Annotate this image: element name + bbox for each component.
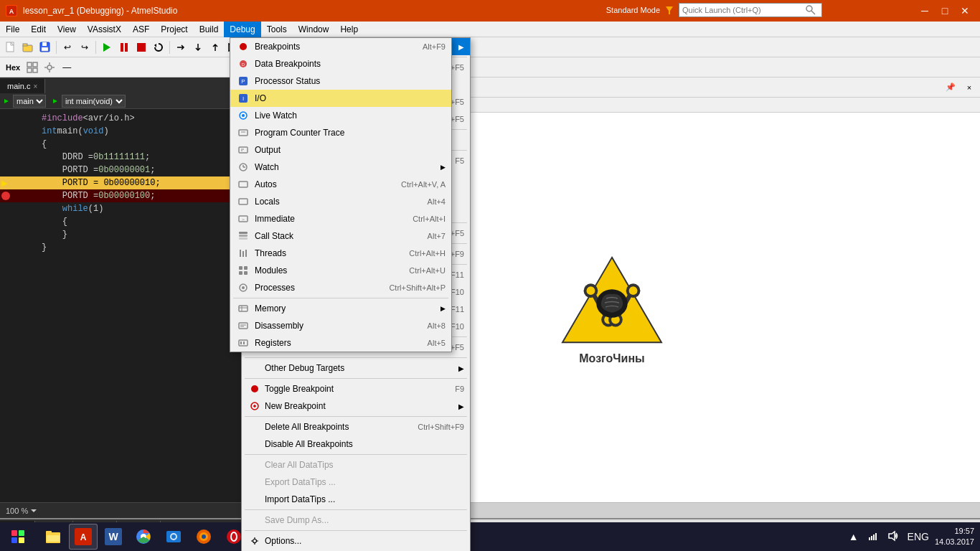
menu-edit[interactable]: Edit: [25, 22, 52, 37]
ws-locals-icon: [236, 196, 250, 207]
debug-restart[interactable]: [151, 39, 166, 55]
debug-continue[interactable]: [99, 39, 115, 55]
dm-sep-12: [245, 509, 467, 510]
clock[interactable]: 19:57 14.03.2017: [935, 526, 974, 548]
taskbar-app-chrome[interactable]: [129, 524, 158, 550]
code-line-portd1: PORTD = 0b00000001;: [0, 164, 243, 176]
tray-sound-icon[interactable]: [885, 530, 902, 544]
menu-project[interactable]: Project: [155, 22, 193, 37]
ws-processes[interactable]: Processes Ctrl+Shift+Alt+P: [230, 279, 451, 296]
ws-prog-counter[interactable]: Program Counter Trace: [230, 124, 451, 141]
rt-close-btn[interactable]: ×: [961, 80, 977, 95]
svg-point-3: [806, 6, 812, 11]
toolbar2-settings[interactable]: [42, 60, 57, 75]
menu-tools[interactable]: Tools: [261, 22, 293, 37]
toolbar-open[interactable]: [20, 39, 36, 55]
tray-arrow-icon[interactable]: ▲: [846, 531, 862, 542]
ws-watch[interactable]: Watch ▶: [230, 159, 451, 176]
dm-import-datatips[interactable]: Import DataTips ...: [242, 491, 470, 508]
taskbar-app-firefox[interactable]: [189, 524, 218, 550]
zoom-bar: 100 %: [0, 502, 243, 518]
tray-network-icon[interactable]: [864, 530, 882, 544]
code-nav-left[interactable]: main: [13, 95, 46, 108]
debug-step-out[interactable]: [207, 39, 223, 55]
menu-window[interactable]: Window: [293, 22, 335, 37]
svg-marker-29: [53, 99, 57, 103]
code-tab-close[interactable]: ×: [33, 83, 37, 90]
taskbar-app-explorer[interactable]: [159, 524, 188, 550]
minimize-button[interactable]: ─: [915, 4, 934, 18]
search-box[interactable]: [679, 3, 822, 17]
close-button[interactable]: ✕: [956, 4, 974, 18]
toolbar2-btn1[interactable]: [24, 60, 40, 75]
ws-procstatus-label: Processor Status: [255, 76, 446, 86]
tray-lang-icon[interactable]: ENG: [905, 531, 932, 542]
toolbar2-minus[interactable]: —: [59, 60, 75, 75]
rt-pin-btn[interactable]: 📌: [943, 80, 958, 95]
windows-submenu[interactable]: Breakpoints Alt+F9 D Data Breakpoints P …: [230, 37, 452, 352]
debug-stop[interactable]: [133, 39, 149, 55]
ws-data-bp[interactable]: D Data Breakpoints: [230, 55, 451, 72]
menu-file[interactable]: File: [0, 22, 25, 37]
svg-line-4: [811, 11, 815, 14]
menu-debug[interactable]: Debug: [224, 22, 260, 37]
code-content[interactable]: #include <avr/io.h> int main(void) { DDR…: [0, 109, 243, 502]
taskbar-app-word[interactable]: W: [99, 524, 128, 550]
code-line-while: while (1): [0, 202, 243, 215]
toolbar-redo[interactable]: ↪: [77, 39, 93, 55]
toolbar-sep-1: [56, 41, 57, 54]
ws-threads[interactable]: Threads Ctrl+Alt+H: [230, 245, 451, 262]
ws-autos[interactable]: Autos Ctrl+Alt+V, A: [230, 176, 451, 193]
ws-registers[interactable]: Registers Alt+5: [230, 334, 451, 352]
svg-rect-20: [33, 62, 37, 67]
code-nav-right[interactable]: int main(void): [62, 95, 126, 108]
ws-breakpoints[interactable]: Breakpoints Alt+F9: [230, 38, 451, 55]
ws-callstack-label: Call Stack: [255, 231, 428, 241]
debug-break[interactable]: [116, 39, 132, 55]
ws-breakpoints-shortcut: Alt+F9: [423, 42, 446, 51]
svg-point-115: [240, 43, 247, 50]
debug-step-into[interactable]: [190, 39, 206, 55]
taskbar-app-atmelstudio[interactable]: A: [69, 524, 98, 550]
quick-launch-input[interactable]: [679, 4, 805, 17]
dm-new-bp[interactable]: New Breakpoint ▶: [242, 397, 470, 415]
dm-save-dump[interactable]: Save Dump As...: [242, 512, 470, 529]
svg-point-103: [251, 385, 258, 392]
ws-autos-icon: [236, 179, 250, 190]
ws-live-watch[interactable]: Live Watch: [230, 107, 451, 124]
code-tab-mainc[interactable]: main.c ×: [0, 79, 45, 93]
toolbar-undo[interactable]: ↩: [60, 39, 75, 55]
ws-io[interactable]: I I/O: [230, 90, 451, 107]
menu-help[interactable]: Help: [334, 22, 364, 37]
ws-processes-icon: [236, 282, 250, 293]
maximize-button[interactable]: □: [936, 4, 954, 18]
ws-disassembly[interactable]: Disassembly Alt+8: [230, 317, 451, 334]
ws-locals[interactable]: Locals Alt+4: [230, 193, 451, 210]
menu-vassistx[interactable]: VAssistX: [82, 22, 127, 37]
dm-other-targets[interactable]: Other Debug Targets ▶: [242, 359, 470, 377]
ws-memory[interactable]: Memory ▶: [230, 300, 451, 317]
menu-view[interactable]: View: [52, 22, 82, 37]
ws-output[interactable]: Output: [230, 141, 451, 159]
ws-io-icon: I: [236, 93, 250, 104]
debug-step-over[interactable]: [173, 39, 189, 55]
svg-point-23: [47, 65, 52, 70]
toolbar-new[interactable]: [3, 39, 19, 55]
code-line-portd2: ► PORTD = 0b00000010;: [0, 176, 243, 189]
menu-build[interactable]: Build: [194, 22, 225, 37]
ws-call-stack[interactable]: Call Stack Alt+7: [230, 227, 451, 245]
taskbar-app-filemanager[interactable]: [39, 524, 67, 550]
dm-clear-datatips[interactable]: Clear All DataTips: [242, 456, 470, 474]
svg-rect-53: [19, 530, 24, 536]
dm-export-datatips[interactable]: Export DataTips ...: [242, 474, 470, 491]
menu-asf[interactable]: ASF: [127, 22, 155, 37]
toolbar-save[interactable]: [37, 39, 53, 55]
dm-delete-all-bp[interactable]: Delete All Breakpoints Ctrl+Shift+F9: [242, 418, 470, 435]
start-button[interactable]: [0, 522, 36, 551]
ws-immediate[interactable]: > Immediate Ctrl+Alt+I: [230, 210, 451, 227]
dm-options[interactable]: Options...: [242, 532, 470, 550]
ws-modules[interactable]: Modules Ctrl+Alt+U: [230, 262, 451, 279]
ws-proc-status[interactable]: P Processor Status: [230, 72, 451, 90]
dm-disable-all-bp[interactable]: Disable All Breakpoints: [242, 435, 470, 453]
dm-toggle-bp[interactable]: Toggle Breakpoint F9: [242, 380, 470, 397]
